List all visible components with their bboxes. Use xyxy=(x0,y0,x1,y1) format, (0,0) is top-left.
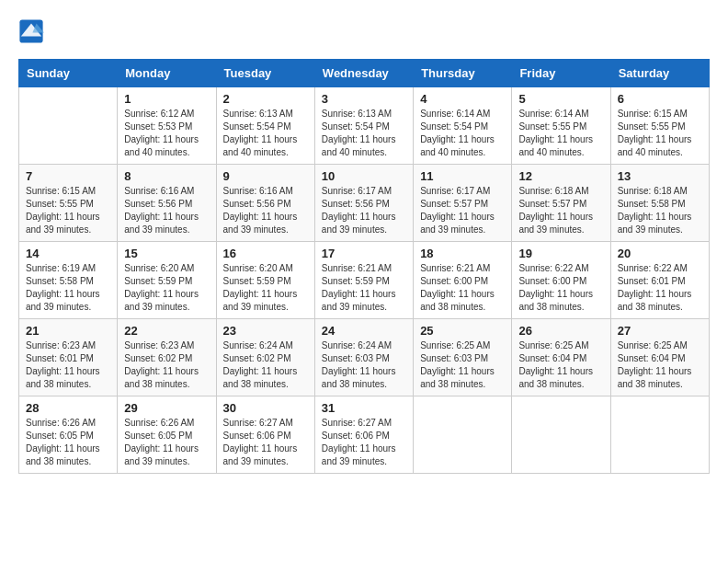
day-info: Sunrise: 6:25 AMSunset: 6:03 PMDaylight:… xyxy=(420,339,505,391)
day-number: 12 xyxy=(518,169,603,183)
day-info: Sunrise: 6:16 AMSunset: 5:56 PMDaylight:… xyxy=(124,185,209,236)
day-number: 29 xyxy=(124,401,209,415)
day-info: Sunrise: 6:27 AMSunset: 6:06 PMDaylight:… xyxy=(322,417,406,468)
day-number: 9 xyxy=(223,169,308,183)
calendar-cell: 22Sunrise: 6:23 AMSunset: 6:02 PMDayligh… xyxy=(118,319,216,396)
day-info: Sunrise: 6:21 AMSunset: 5:59 PMDaylight:… xyxy=(322,262,406,314)
day-info: Sunrise: 6:25 AMSunset: 6:04 PMDaylight:… xyxy=(618,339,702,391)
day-info: Sunrise: 6:12 AMSunset: 5:53 PMDaylight:… xyxy=(124,108,209,159)
day-header-saturday: Saturday xyxy=(610,60,709,87)
calendar-week-3: 14Sunrise: 6:19 AMSunset: 5:58 PMDayligh… xyxy=(19,242,710,319)
day-number: 25 xyxy=(420,324,505,338)
day-info: Sunrise: 6:26 AMSunset: 6:05 PMDaylight:… xyxy=(124,417,209,468)
calendar-cell: 24Sunrise: 6:24 AMSunset: 6:03 PMDayligh… xyxy=(314,319,413,396)
day-header-thursday: Thursday xyxy=(414,60,512,87)
day-number: 5 xyxy=(518,92,603,106)
day-number: 17 xyxy=(322,247,406,260)
calendar-cell xyxy=(19,87,118,165)
day-number: 3 xyxy=(322,92,406,106)
calendar-cell: 31Sunrise: 6:27 AMSunset: 6:06 PMDayligh… xyxy=(314,396,413,474)
calendar-cell: 10Sunrise: 6:17 AMSunset: 5:56 PMDayligh… xyxy=(314,165,413,242)
calendar-cell: 21Sunrise: 6:23 AMSunset: 6:01 PMDayligh… xyxy=(19,319,118,396)
day-number: 8 xyxy=(124,169,209,183)
calendar-cell: 2Sunrise: 6:13 AMSunset: 5:54 PMDaylight… xyxy=(216,87,314,165)
calendar-cell: 14Sunrise: 6:19 AMSunset: 5:58 PMDayligh… xyxy=(19,242,118,319)
day-info: Sunrise: 6:13 AMSunset: 5:54 PMDaylight:… xyxy=(223,108,308,159)
day-number: 2 xyxy=(223,92,308,106)
day-info: Sunrise: 6:20 AMSunset: 5:59 PMDaylight:… xyxy=(223,262,308,314)
calendar-cell: 23Sunrise: 6:24 AMSunset: 6:02 PMDayligh… xyxy=(216,319,314,396)
day-info: Sunrise: 6:15 AMSunset: 5:55 PMDaylight:… xyxy=(618,108,702,159)
day-number: 30 xyxy=(223,401,308,415)
day-number: 6 xyxy=(618,92,702,106)
calendar-week-2: 7Sunrise: 6:15 AMSunset: 5:55 PMDaylight… xyxy=(19,165,710,242)
calendar-cell: 13Sunrise: 6:18 AMSunset: 5:58 PMDayligh… xyxy=(610,165,709,242)
day-number: 11 xyxy=(420,169,505,183)
calendar-cell: 25Sunrise: 6:25 AMSunset: 6:03 PMDayligh… xyxy=(414,319,512,396)
logo xyxy=(18,18,48,44)
day-number: 27 xyxy=(618,324,702,338)
day-header-tuesday: Tuesday xyxy=(216,60,314,87)
calendar-week-5: 28Sunrise: 6:26 AMSunset: 6:05 PMDayligh… xyxy=(19,396,710,474)
day-info: Sunrise: 6:24 AMSunset: 6:02 PMDaylight:… xyxy=(223,339,308,391)
day-info: Sunrise: 6:18 AMSunset: 5:57 PMDaylight:… xyxy=(518,185,603,236)
day-number: 31 xyxy=(322,401,406,415)
day-info: Sunrise: 6:17 AMSunset: 5:57 PMDaylight:… xyxy=(420,185,505,236)
calendar-cell: 29Sunrise: 6:26 AMSunset: 6:05 PMDayligh… xyxy=(118,396,216,474)
day-number: 1 xyxy=(124,92,209,106)
calendar-cell: 19Sunrise: 6:22 AMSunset: 6:00 PMDayligh… xyxy=(512,242,610,319)
day-info: Sunrise: 6:19 AMSunset: 5:58 PMDaylight:… xyxy=(26,262,110,314)
day-number: 18 xyxy=(420,247,505,260)
day-number: 7 xyxy=(26,169,110,183)
day-number: 22 xyxy=(124,324,209,338)
day-info: Sunrise: 6:22 AMSunset: 6:00 PMDaylight:… xyxy=(518,262,603,314)
day-info: Sunrise: 6:22 AMSunset: 6:01 PMDaylight:… xyxy=(618,262,702,314)
day-number: 4 xyxy=(420,92,505,106)
calendar-cell: 7Sunrise: 6:15 AMSunset: 5:55 PMDaylight… xyxy=(19,165,118,242)
calendar-cell: 20Sunrise: 6:22 AMSunset: 6:01 PMDayligh… xyxy=(610,242,709,319)
page-header xyxy=(18,18,710,44)
logo-icon xyxy=(18,18,44,44)
calendar-cell xyxy=(414,396,512,474)
day-info: Sunrise: 6:14 AMSunset: 5:54 PMDaylight:… xyxy=(420,108,505,159)
calendar-cell: 11Sunrise: 6:17 AMSunset: 5:57 PMDayligh… xyxy=(414,165,512,242)
day-number: 13 xyxy=(618,169,702,183)
calendar-cell: 9Sunrise: 6:16 AMSunset: 5:56 PMDaylight… xyxy=(216,165,314,242)
day-header-wednesday: Wednesday xyxy=(314,60,413,87)
day-number: 20 xyxy=(618,247,702,260)
calendar-cell: 16Sunrise: 6:20 AMSunset: 5:59 PMDayligh… xyxy=(216,242,314,319)
day-header-monday: Monday xyxy=(118,60,216,87)
calendar-cell: 15Sunrise: 6:20 AMSunset: 5:59 PMDayligh… xyxy=(118,242,216,319)
calendar-cell: 27Sunrise: 6:25 AMSunset: 6:04 PMDayligh… xyxy=(610,319,709,396)
calendar-cell: 4Sunrise: 6:14 AMSunset: 5:54 PMDaylight… xyxy=(414,87,512,165)
day-info: Sunrise: 6:21 AMSunset: 6:00 PMDaylight:… xyxy=(420,262,505,314)
day-number: 19 xyxy=(518,247,603,260)
day-number: 21 xyxy=(26,324,110,338)
day-header-sunday: Sunday xyxy=(19,60,118,87)
day-number: 23 xyxy=(223,324,308,338)
calendar-cell: 18Sunrise: 6:21 AMSunset: 6:00 PMDayligh… xyxy=(414,242,512,319)
calendar-cell: 5Sunrise: 6:14 AMSunset: 5:55 PMDaylight… xyxy=(512,87,610,165)
day-info: Sunrise: 6:20 AMSunset: 5:59 PMDaylight:… xyxy=(124,262,209,314)
day-number: 14 xyxy=(26,247,110,260)
day-info: Sunrise: 6:26 AMSunset: 6:05 PMDaylight:… xyxy=(26,417,110,468)
day-number: 15 xyxy=(124,247,209,260)
calendar-cell: 6Sunrise: 6:15 AMSunset: 5:55 PMDaylight… xyxy=(610,87,709,165)
calendar-cell: 26Sunrise: 6:25 AMSunset: 6:04 PMDayligh… xyxy=(512,319,610,396)
day-info: Sunrise: 6:23 AMSunset: 6:02 PMDaylight:… xyxy=(124,339,209,391)
day-info: Sunrise: 6:15 AMSunset: 5:55 PMDaylight:… xyxy=(26,185,110,236)
day-info: Sunrise: 6:23 AMSunset: 6:01 PMDaylight:… xyxy=(26,339,110,391)
calendar-header-row: SundayMondayTuesdayWednesdayThursdayFrid… xyxy=(19,60,710,87)
day-info: Sunrise: 6:27 AMSunset: 6:06 PMDaylight:… xyxy=(223,417,308,468)
day-number: 16 xyxy=(223,247,308,260)
day-info: Sunrise: 6:18 AMSunset: 5:58 PMDaylight:… xyxy=(618,185,702,236)
day-info: Sunrise: 6:14 AMSunset: 5:55 PMDaylight:… xyxy=(518,108,603,159)
day-info: Sunrise: 6:17 AMSunset: 5:56 PMDaylight:… xyxy=(322,185,406,236)
calendar-cell: 1Sunrise: 6:12 AMSunset: 5:53 PMDaylight… xyxy=(118,87,216,165)
calendar-cell: 28Sunrise: 6:26 AMSunset: 6:05 PMDayligh… xyxy=(19,396,118,474)
calendar-cell: 8Sunrise: 6:16 AMSunset: 5:56 PMDaylight… xyxy=(118,165,216,242)
day-number: 28 xyxy=(26,401,110,415)
calendar-week-1: 1Sunrise: 6:12 AMSunset: 5:53 PMDaylight… xyxy=(19,87,710,165)
day-header-friday: Friday xyxy=(512,60,610,87)
day-number: 24 xyxy=(322,324,406,338)
